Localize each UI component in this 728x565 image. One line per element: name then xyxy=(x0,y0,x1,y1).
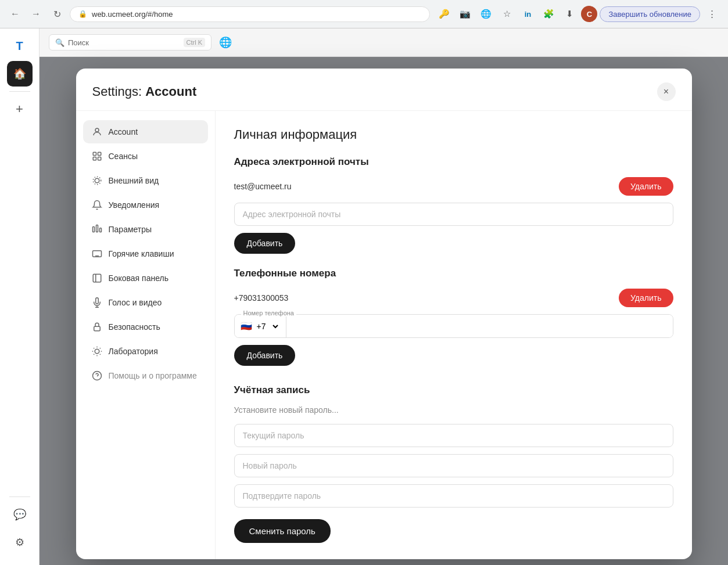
sidebar-add-icon[interactable]: + xyxy=(7,96,33,122)
settings-title-section: Account xyxy=(145,84,196,99)
email-row: test@ucmeet.ru Удалить xyxy=(234,177,673,196)
extensions-icon[interactable]: 🧩 xyxy=(539,5,558,23)
phone-country-select[interactable]: 🇷🇺 +7 +1 +44 xyxy=(235,315,286,337)
phone-value: +79031300053 xyxy=(234,293,289,303)
app-main: 🔍 Поиск Ctrl K 🌐 Settings: Account xyxy=(40,28,728,565)
url-text: web.ucmeet.org/#/home xyxy=(92,10,421,19)
country-flag: 🇷🇺 xyxy=(241,321,252,332)
browser-toolbar: ← → ↻ 🔒 web.ucmeet.org/#/home 🔑 📷 🌐 ☆ in… xyxy=(0,0,728,28)
topbar-icon[interactable]: 🌐 xyxy=(216,33,235,52)
sidebar-bottom-icons: 💬 ⚙ xyxy=(7,494,33,562)
nav-label-account: Account xyxy=(109,127,138,136)
sidebar-home-icon[interactable]: 🏠 xyxy=(7,61,33,87)
browser-actions: 🔑 📷 🌐 ☆ in 🧩 ⬇ C Завершить обновление ⋮ xyxy=(435,5,721,23)
search-box[interactable]: 🔍 Поиск Ctrl K xyxy=(49,34,211,51)
svg-rect-15 xyxy=(94,326,100,331)
download-icon[interactable]: ⬇ xyxy=(560,5,579,23)
nav-item-voice[interactable]: Голос и видео xyxy=(83,291,208,314)
settings-modal: Settings: Account × xyxy=(76,69,692,559)
nav-label-sidebar: Боковая панель xyxy=(109,273,168,283)
user-avatar[interactable]: C xyxy=(581,6,597,22)
appearance-icon xyxy=(91,175,103,186)
delete-phone-button[interactable]: Удалить xyxy=(619,289,673,307)
email-input[interactable] xyxy=(234,203,673,226)
nav-item-security[interactable]: Безопасность xyxy=(83,315,208,339)
app-topbar: 🔍 Поиск Ctrl K 🌐 xyxy=(40,28,728,57)
nav-item-notifications[interactable]: Уведомления xyxy=(83,193,208,217)
account-section: Учётная запись Установите новый пароль..… xyxy=(234,384,673,543)
back-button[interactable]: ← xyxy=(7,6,23,22)
svg-rect-4 xyxy=(98,157,101,160)
phone-number-input[interactable] xyxy=(286,315,673,337)
svg-rect-1 xyxy=(93,152,96,155)
add-phone-button[interactable]: Добавить xyxy=(234,345,296,366)
change-password-button[interactable]: Сменить пароль xyxy=(234,519,331,543)
nav-item-account[interactable]: Account xyxy=(83,120,208,143)
nav-label-appearance: Внешний вид xyxy=(109,176,159,185)
app-container: T 🏠 + 💬 ⚙ 🔍 Поиск Ctrl K 🌐 xyxy=(0,28,728,565)
bookmark-icon[interactable]: ☆ xyxy=(497,5,516,23)
linkedin-icon[interactable]: in xyxy=(518,5,537,23)
help-icon xyxy=(91,370,103,382)
settings-nav: Account xyxy=(76,111,216,559)
settings-content: Личная информация Адреса электронной поч… xyxy=(216,111,692,559)
svg-line-23 xyxy=(94,354,94,355)
password-icon[interactable]: 🔑 xyxy=(435,5,453,23)
hotkeys-icon xyxy=(91,248,103,260)
nav-label-sessions: Сеансы xyxy=(109,152,138,161)
nav-item-appearance[interactable]: Внешний вид xyxy=(83,169,208,192)
close-button[interactable]: × xyxy=(657,82,676,101)
nav-item-sidebar[interactable]: Боковая панель xyxy=(83,267,208,290)
current-password-input[interactable] xyxy=(234,424,673,447)
notifications-icon xyxy=(91,199,103,211)
settings-title-prefix: Settings: xyxy=(92,84,142,99)
page-background: Settings: Account × xyxy=(40,57,728,565)
menu-icon[interactable]: ⋮ xyxy=(702,5,721,23)
svg-point-0 xyxy=(95,128,99,132)
svg-line-24 xyxy=(99,348,100,348)
nav-item-lab[interactable]: Лаборатория xyxy=(83,340,208,363)
new-password-input[interactable] xyxy=(234,454,673,477)
email-value: test@ucmeet.ru xyxy=(234,182,292,191)
lock-icon: 🔒 xyxy=(78,10,87,18)
nav-label-security: Безопасность xyxy=(109,322,160,332)
country-code-select[interactable]: +7 +1 +44 xyxy=(254,321,280,332)
sidebar-chat-icon[interactable]: 💬 xyxy=(7,502,33,527)
svg-rect-11 xyxy=(93,274,101,282)
security-icon xyxy=(91,321,103,333)
sidebar-settings-icon[interactable]: ⚙ xyxy=(7,530,33,555)
svg-rect-9 xyxy=(99,228,101,232)
account-icon xyxy=(91,126,103,138)
svg-point-5 xyxy=(95,178,99,183)
params-icon xyxy=(91,224,103,235)
update-button[interactable]: Завершить обновление xyxy=(600,6,700,22)
reload-button[interactable]: ↻ xyxy=(49,6,65,22)
nav-label-notifications: Уведомления xyxy=(109,200,160,210)
sidebar-icon xyxy=(91,272,103,284)
settings-body: Account xyxy=(76,111,692,559)
modal-overlay: Settings: Account × xyxy=(40,57,728,565)
phone-section-title: Телефонные номера xyxy=(234,268,673,279)
screenshot-icon[interactable]: 📷 xyxy=(456,5,474,23)
nav-label-params: Параметры xyxy=(109,225,152,234)
svg-rect-3 xyxy=(93,157,96,160)
address-bar[interactable]: 🔒 web.ucmeet.org/#/home xyxy=(70,6,430,22)
section-title: Личная информация xyxy=(234,127,673,142)
phone-row: +79031300053 Удалить xyxy=(234,289,673,307)
svg-line-20 xyxy=(99,354,100,355)
translate-icon[interactable]: 🌐 xyxy=(476,5,495,23)
nav-item-hotkeys[interactable]: Горячие клавиши xyxy=(83,242,208,265)
account-section-title: Учётная запись xyxy=(234,384,673,396)
forward-button[interactable]: → xyxy=(28,6,44,22)
add-email-button[interactable]: Добавить xyxy=(234,233,296,254)
app-logo[interactable]: T xyxy=(7,33,33,59)
nav-item-sessions[interactable]: Сеансы xyxy=(83,145,208,168)
email-section-title: Адреса электронной почты xyxy=(234,156,673,168)
nav-label-lab: Лаборатория xyxy=(109,347,158,356)
nav-item-params[interactable]: Параметры xyxy=(83,218,208,241)
svg-point-6 xyxy=(93,177,101,185)
delete-email-button[interactable]: Удалить xyxy=(619,177,673,196)
nav-item-help[interactable]: Помощь и о программе xyxy=(83,364,208,387)
confirm-password-input[interactable] xyxy=(234,484,673,508)
app-sidebar: T 🏠 + 💬 ⚙ xyxy=(0,28,40,565)
